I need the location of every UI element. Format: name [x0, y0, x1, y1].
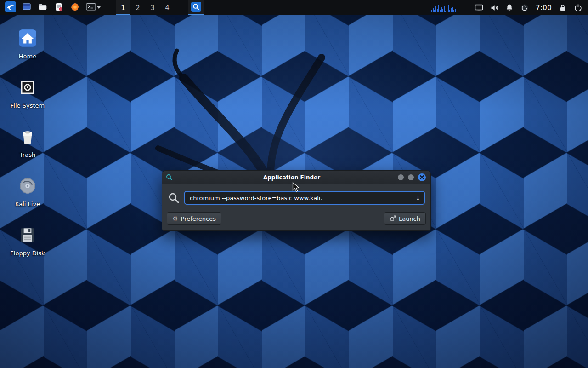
home-icon	[17, 28, 38, 51]
preferences-button-label: Preferences	[181, 215, 216, 222]
kali-logo-icon	[5, 1, 16, 14]
document-icon	[54, 2, 63, 13]
taskbar-application-finder[interactable]	[188, 0, 204, 15]
notifications-bell-icon[interactable]	[505, 4, 514, 12]
chevron-down-icon	[97, 6, 101, 9]
window-controls	[398, 173, 426, 181]
panel-separator	[181, 3, 181, 12]
desktop-icon-label: File System	[11, 103, 45, 109]
command-input[interactable]	[184, 191, 425, 205]
preferences-button[interactable]: ⚙ Preferences	[167, 212, 221, 225]
trash-icon	[17, 126, 38, 149]
dropdown-arrow-icon[interactable]: ↓	[415, 195, 421, 201]
top-panel: 1 2 3 4	[0, 0, 588, 15]
floppy-icon	[17, 224, 38, 247]
network-graph-applet[interactable]	[431, 3, 456, 12]
desktop-screen: 1 2 3 4	[0, 0, 588, 368]
desktop-icon-label: Trash	[20, 152, 35, 158]
close-button[interactable]	[418, 173, 426, 181]
desktop-icon-trash[interactable]: Trash	[8, 126, 47, 158]
desktop-icon-home[interactable]: Home	[8, 28, 47, 60]
panel-left-cluster: 1 2 3 4	[4, 0, 204, 15]
workspace-button-2[interactable]: 2	[130, 0, 145, 15]
magnifier-icon	[191, 2, 201, 13]
clock[interactable]: 7:00	[536, 4, 552, 12]
firefox-launcher[interactable]	[68, 0, 82, 15]
minimize-button[interactable]	[398, 174, 404, 180]
folder-icon	[38, 2, 47, 13]
window-title: Application Finder	[190, 174, 394, 181]
workspace-switcher: 1 2 3 4	[116, 0, 175, 15]
kali-menu-button[interactable]	[4, 0, 17, 15]
workspace-button-3[interactable]: 3	[145, 0, 160, 15]
file-manager-launcher[interactable]	[36, 0, 50, 15]
command-input-wrap: ↓	[184, 191, 425, 205]
volume-icon[interactable]	[490, 4, 498, 12]
firefox-icon	[70, 2, 79, 13]
terminal-icon	[86, 2, 96, 13]
gear-icon: ⚙	[172, 215, 178, 222]
terminal-launcher[interactable]	[84, 0, 102, 15]
workspace-button-4[interactable]: 4	[160, 0, 175, 15]
dialog-button-row: ⚙ Preferences Launch	[167, 212, 426, 225]
launch-button[interactable]: Launch	[384, 212, 426, 225]
logout-power-icon[interactable]	[574, 4, 582, 12]
desktop-icon-label: Floppy Disk	[10, 250, 45, 257]
desktop-icon-kali-live[interactable]: Kali Live	[8, 175, 47, 207]
maximize-button[interactable]	[408, 174, 414, 180]
panel-tray: 7:00	[431, 0, 584, 15]
desktop-icon-floppy-disk[interactable]: Floppy Disk	[8, 224, 47, 257]
launch-icon	[390, 215, 396, 222]
drive-icon	[17, 77, 38, 100]
desktop-icon-file-system[interactable]: File System	[8, 77, 47, 109]
disc-icon	[17, 175, 38, 198]
close-icon	[420, 175, 424, 179]
app-finder-titlebar-icon	[166, 174, 173, 181]
desktop-icon-label: Home	[19, 53, 36, 60]
mouse-cursor	[292, 182, 301, 194]
application-finder-window: Application Finder ↓	[162, 170, 431, 231]
lock-screen-icon[interactable]	[559, 4, 567, 12]
show-desktop-button[interactable]	[20, 0, 34, 15]
panel-separator	[109, 3, 109, 12]
launch-button-label: Launch	[399, 215, 420, 222]
search-icon	[168, 192, 180, 204]
window-icon	[22, 2, 31, 13]
text-editor-launcher[interactable]	[52, 0, 66, 15]
desktop-icon-label: Kali Live	[15, 201, 40, 207]
updates-icon[interactable]	[520, 4, 529, 12]
display-settings-icon[interactable]	[475, 4, 483, 12]
workspace-button-1[interactable]: 1	[116, 0, 130, 15]
